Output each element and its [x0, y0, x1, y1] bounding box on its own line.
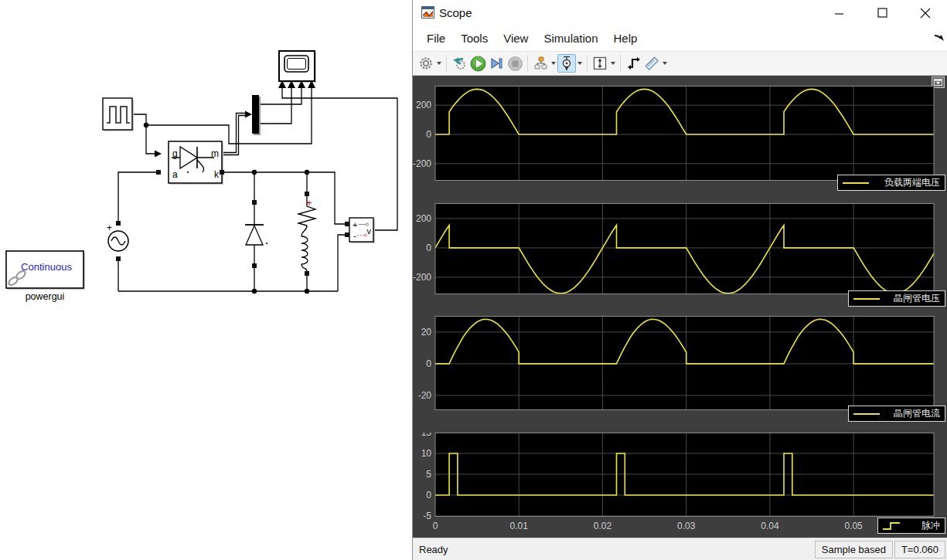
window-title: Scope — [439, 6, 472, 19]
maximize-button[interactable] — [865, 0, 899, 25]
status-sim-time: T=0.060 — [894, 541, 945, 558]
svg-text:20: 20 — [421, 327, 432, 338]
status-sample-mode: Sample based — [815, 541, 893, 558]
trigger-button[interactable] — [624, 54, 642, 73]
toolbar-overflow-icon[interactable] — [934, 34, 945, 43]
legend-line-icon — [852, 409, 881, 419]
scope-block[interactable] — [278, 51, 316, 88]
svg-text:200: 200 — [416, 213, 431, 224]
powergui-name-label: powergui — [26, 291, 65, 302]
thyristor-port-a-label: a — [172, 169, 178, 180]
axes-scaling-button[interactable] — [591, 54, 609, 73]
status-text: Ready — [413, 544, 448, 555]
zoom-caret[interactable] — [576, 54, 584, 73]
stop-button[interactable] — [506, 54, 524, 73]
axes-scaling-caret[interactable] — [609, 54, 617, 73]
powergui-block[interactable]: Continuous powergui — [6, 251, 85, 302]
scope-app-icon — [421, 6, 434, 19]
svg-text:0.01: 0.01 — [510, 521, 529, 531]
model-diagram: g a m k — [0, 0, 412, 560]
svg-text:0: 0 — [426, 358, 431, 369]
ac-voltage-source-block[interactable]: + — [107, 221, 128, 261]
wire-junctions — [144, 111, 309, 294]
legend-line-icon — [852, 294, 881, 304]
legend-stair-icon — [881, 521, 901, 531]
menu-bar: File Tools View Simulation Help — [413, 25, 947, 51]
legend-pulse[interactable]: 脉冲 — [877, 518, 945, 534]
configuration-properties-button[interactable] — [417, 54, 435, 73]
menu-view[interactable]: View — [496, 29, 536, 48]
vm-minus-label: - — [353, 231, 356, 240]
signal-selector-caret[interactable] — [550, 54, 557, 73]
svg-text:-200: -200 — [413, 272, 431, 283]
thyristor-port-g-label: g — [172, 148, 178, 159]
thyristor-port-k-label: k — [214, 169, 220, 180]
zoom-button[interactable] — [557, 54, 576, 73]
menu-file[interactable]: File — [419, 29, 453, 48]
legend-load-voltage[interactable]: 负载两端电压 — [837, 175, 945, 191]
plot-pulse[interactable]: 151050-500.010.020.030.040.05 — [413, 433, 947, 538]
toolbar — [413, 51, 947, 76]
legend-thyristor-current[interactable]: 晶闸管电流 — [848, 406, 945, 422]
run-button[interactable] — [468, 54, 487, 73]
ac-source-plus-label: + — [107, 222, 112, 233]
configuration-properties-caret[interactable] — [435, 54, 443, 73]
svg-text:5: 5 — [426, 469, 431, 480]
legend-line-icon — [841, 178, 870, 188]
svg-text:0: 0 — [426, 490, 431, 501]
thyristor-port-m-label: m — [211, 148, 219, 159]
menu-simulation[interactable]: Simulation — [536, 29, 605, 48]
svg-text:0: 0 — [433, 521, 438, 531]
svg-text:-200: -200 — [413, 158, 431, 169]
scope-window: Scope File Tools View Simulation Help — [412, 0, 947, 560]
status-bar: Ready Sample based T=0.060 — [413, 538, 947, 560]
svg-text:0.05: 0.05 — [844, 521, 863, 531]
svg-text:-20: -20 — [418, 390, 432, 401]
series-rl-branch-block[interactable]: + — [298, 192, 315, 276]
scope-plot-canvas: 2000-200负载两端电压2000-200晶闸管电压200-20晶闸管电流15… — [413, 76, 947, 538]
menu-help[interactable]: Help — [606, 29, 646, 48]
demux-block[interactable] — [252, 95, 261, 135]
measurements-caret[interactable] — [661, 54, 669, 73]
voltage-measurement-block[interactable]: + - v — [345, 218, 375, 243]
svg-text:0: 0 — [426, 129, 431, 140]
measurements-button[interactable] — [642, 54, 661, 73]
title-bar[interactable]: Scope — [413, 0, 947, 25]
legend-thyristor-voltage[interactable]: 晶闸管电压 — [848, 290, 945, 307]
svg-text:0: 0 — [426, 243, 431, 253]
pulse-generator-block[interactable] — [103, 98, 134, 131]
svg-text:0.02: 0.02 — [594, 521, 612, 531]
minimize-button[interactable] — [822, 0, 856, 25]
svg-text:0.03: 0.03 — [677, 521, 696, 531]
close-button[interactable] — [908, 0, 942, 25]
diode-block[interactable] — [245, 200, 267, 268]
svg-text:200: 200 — [416, 100, 431, 110]
menu-tools[interactable]: Tools — [453, 29, 496, 48]
svg-text:15: 15 — [421, 433, 432, 438]
simulink-model-canvas[interactable]: g a m k — [0, 0, 412, 560]
thyristor-block[interactable]: g a m k — [156, 141, 224, 185]
screen: g a m k — [0, 0, 947, 560]
simulink-snapshot-button[interactable] — [450, 54, 468, 73]
svg-text:0.04: 0.04 — [761, 521, 779, 531]
vm-v-label: v — [367, 226, 372, 236]
svg-text:10: 10 — [421, 448, 432, 459]
signal-selector-button[interactable] — [531, 54, 550, 73]
vm-plus-label: + — [353, 220, 357, 229]
powergui-mode-label: Continuous — [21, 261, 72, 273]
step-forward-button[interactable] — [487, 54, 506, 73]
svg-text:-5: -5 — [423, 511, 431, 521]
